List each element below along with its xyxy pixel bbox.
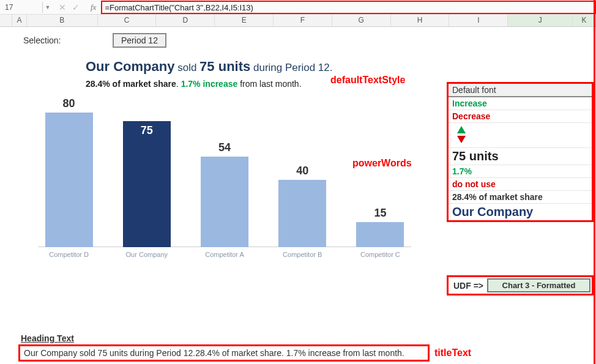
col-header-c[interactable]: C — [98, 15, 157, 26]
col-header-k[interactable]: K — [573, 15, 596, 26]
formula-bar: 17 ▼ ✕ ✓ fx =FormatChartTitle("Chart 3",… — [0, 0, 596, 15]
bar-chart: 8075544015 Competitor DOur CompanyCompet… — [38, 106, 411, 272]
powerwords-box: Default font Increase Decrease 75 units … — [447, 82, 594, 222]
x-axis-label: Competitor A — [193, 251, 255, 258]
bar-column: 80 — [38, 97, 100, 247]
annotation-titletext: titleText — [434, 347, 471, 358]
col-header-f[interactable]: F — [274, 15, 332, 26]
triangle-up-icon — [457, 126, 466, 133]
side-pct: 1.7% — [449, 165, 592, 178]
title-company: Our Company — [86, 59, 174, 74]
title-tail: from last month. — [237, 79, 301, 89]
selection-cell[interactable]: Period 12 — [113, 33, 166, 48]
triangle-down-icon — [457, 136, 466, 143]
col-header-d[interactable]: D — [156, 15, 215, 26]
bar — [123, 121, 171, 247]
udf-result-cell[interactable]: Chart 3 - Formatted — [487, 278, 590, 292]
col-header-b[interactable]: B — [27, 15, 98, 26]
side-company: Our Company — [449, 204, 592, 220]
accept-icon[interactable]: ✓ — [72, 2, 80, 12]
selection-label: Selection: — [23, 35, 113, 45]
formula-input[interactable]: =FormatChartTitle("Chart 3",B22,I4,I5:I1… — [101, 1, 596, 14]
annotation-powerwords: powerWords — [352, 158, 412, 169]
name-box-dropdown-icon[interactable]: ▼ — [43, 4, 53, 10]
x-axis-label: Competitor B — [272, 251, 333, 258]
side-donot: do not use — [449, 178, 592, 191]
bar — [45, 113, 93, 247]
title-during: during Period 12. — [250, 62, 332, 73]
bar-value-label: 75 — [141, 124, 153, 137]
cancel-icon[interactable]: ✕ — [59, 2, 66, 12]
udf-row: UDF => Chart 3 - Formatted — [447, 275, 594, 295]
title-sep: . — [176, 79, 181, 89]
side-increase: Increase — [449, 97, 592, 110]
name-box[interactable]: 17 — [0, 2, 43, 13]
annotation-defaulttextstyle: defaultTextStyle — [330, 75, 405, 86]
heading-text-label: Heading Text — [21, 333, 594, 343]
x-axis-label: Competitor C — [349, 251, 411, 258]
selection-row: Selection: Period 12 — [23, 33, 596, 48]
side-share: 28.4% of market share — [449, 191, 592, 204]
bar-value-label: 80 — [63, 97, 75, 110]
bar-column: 54 — [193, 141, 255, 248]
side-units: 75 units — [449, 148, 592, 165]
col-header-a[interactable]: A — [12, 15, 27, 26]
bar-value-label: 40 — [296, 165, 308, 177]
bar-column: 40 — [272, 165, 333, 247]
bar-column: 15 — [349, 207, 411, 247]
col-header-e[interactable]: E — [215, 15, 274, 26]
fx-icon[interactable]: fx — [86, 2, 101, 12]
title-increase: 1.7% increase — [181, 79, 238, 89]
title-sold: sold — [174, 62, 199, 73]
bar — [278, 180, 326, 247]
title-share: 28.4% of market share — [86, 79, 176, 89]
bar-value-label: 15 — [374, 207, 386, 220]
column-headers: A B C D E F G H I J K — [0, 15, 596, 27]
bar-value-label: 54 — [218, 141, 231, 154]
udf-label: UDF => — [450, 281, 487, 291]
title-text-cell[interactable]: Our Company sold 75 units during Period … — [18, 344, 430, 362]
x-axis-label: Competitor D — [38, 251, 100, 258]
side-triangles — [449, 123, 592, 148]
col-header-i[interactable]: I — [449, 15, 508, 26]
col-header-h[interactable]: H — [391, 15, 450, 26]
bar — [356, 222, 404, 247]
bar — [201, 157, 248, 248]
col-header-j[interactable]: J — [508, 15, 573, 26]
side-decrease: Decrease — [449, 110, 592, 123]
col-header-g[interactable]: G — [332, 15, 391, 26]
side-header: Default font — [449, 84, 592, 97]
x-axis-label: Our Company — [116, 251, 177, 258]
bar-column: 75 — [116, 106, 177, 247]
title-units: 75 units — [199, 59, 250, 74]
bottom-section: Heading Text Our Company sold 75 units d… — [18, 333, 594, 362]
